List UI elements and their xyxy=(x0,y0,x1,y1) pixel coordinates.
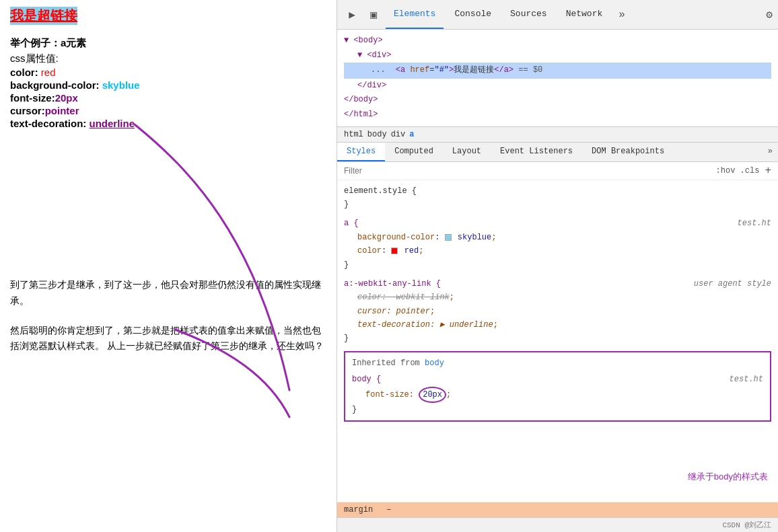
example-label: 举个例子：a元素 xyxy=(10,37,326,50)
main-link[interactable]: 我是超链接 xyxy=(10,7,77,25)
devtools-topbar: ▶ ▣ Elements Console Sources Network » ⚙ xyxy=(337,0,778,30)
breadcrumb-html[interactable]: html xyxy=(344,130,363,139)
dom-body-open: ▼ <body> xyxy=(344,34,771,48)
tab-dom-breakpoints[interactable]: DOM Breakpoints xyxy=(582,143,674,161)
webkit-color-prop: color: -webkit-link; xyxy=(344,291,771,304)
breadcrumb-div[interactable]: div xyxy=(391,130,406,139)
tab-elements[interactable]: Elements xyxy=(386,0,444,29)
dom-div-open: ▼ <div> xyxy=(344,48,771,63)
more-tabs-icon[interactable]: » xyxy=(613,6,631,24)
note1: 到了第三步才是继承，到了这一步，他只会对那些仍然没有值的属性实现继承。 xyxy=(10,277,326,309)
font-size-prop: font-size: 20px; xyxy=(352,387,763,403)
dom-html-close: </html> xyxy=(344,108,771,122)
dom-div-close: </div> xyxy=(344,79,771,93)
tab-sources[interactable]: Sources xyxy=(502,0,555,29)
add-style-rule-button[interactable]: + xyxy=(765,165,771,177)
prop-bg-color: background-color: skyblue xyxy=(10,79,326,91)
filter-input[interactable] xyxy=(344,166,711,176)
left-panel: 我是超链接 举个例子：a元素 css属性值: color: red backgr… xyxy=(0,0,337,532)
prop-font-size: font-size:20px xyxy=(10,92,326,104)
inherited-section: Inherited from body body { test.ht font-… xyxy=(344,351,771,422)
inherit-annotation: 继承于body的样式表 xyxy=(688,469,768,484)
margin-row: margin – xyxy=(337,502,778,517)
bg-color-swatch xyxy=(445,234,452,241)
inspect-icon[interactable]: ▣ xyxy=(364,5,383,24)
webkit-cursor-prop: cursor: pointer; xyxy=(344,305,771,318)
bg-color-prop: background-color: skyblue; xyxy=(344,231,771,244)
a-rule: a { test.ht background-color: skyblue; c… xyxy=(344,217,771,272)
margin-value: – xyxy=(386,505,391,515)
bottom-bar: CSDN @刘乙江 xyxy=(337,517,778,532)
settings-icon[interactable]: ⚙ xyxy=(766,8,773,22)
dom-body-close: </body> xyxy=(344,93,771,108)
tab-network[interactable]: Network xyxy=(558,0,611,29)
webkit-rule: a:-webkit-any-link { user agent style co… xyxy=(344,277,771,346)
dom-tree: ▼ <body> ▼ <div> ... <a href="#">我是超链接</… xyxy=(337,30,778,127)
color-swatch xyxy=(391,248,398,254)
bottom-label: CSDN @刘乙江 xyxy=(722,521,771,529)
tab-layout[interactable]: Layout xyxy=(443,143,491,161)
inherited-body-link[interactable]: body xyxy=(425,358,444,368)
filter-bar: :hov .cls + xyxy=(337,162,778,180)
note2: 然后聪明的你肯定想到了，第二步就是把样式表的值拿出来赋值，当然也包括浏览器默认样… xyxy=(10,323,326,355)
element-style-rule: element.style { } xyxy=(344,184,771,212)
more-styles-tabs-icon[interactable]: » xyxy=(763,143,778,161)
prop-color: color: red xyxy=(10,67,326,78)
tab-console[interactable]: Console xyxy=(446,0,499,29)
styles-tabs-bar: Styles Computed Layout Event Listeners D… xyxy=(337,143,778,162)
cursor-icon[interactable]: ▶ xyxy=(343,5,361,24)
breadcrumb: html body div a xyxy=(337,127,778,143)
filter-pseudo-label[interactable]: :hov .cls xyxy=(716,166,760,176)
webkit-text-decoration-prop: text-decoration: ▶ underline; xyxy=(344,318,771,332)
dom-selected-line[interactable]: ... <a href="#">我是超链接</a> == $0 xyxy=(344,63,771,79)
breadcrumb-body[interactable]: body xyxy=(367,130,387,139)
css-props-label: css属性值: xyxy=(10,52,326,65)
tab-computed[interactable]: Computed xyxy=(385,143,443,161)
tab-styles[interactable]: Styles xyxy=(337,143,385,161)
body-rule: body { test.ht font-size: 20px; } xyxy=(352,373,763,416)
prop-text-decoration: text-decoration: underline xyxy=(10,118,326,129)
inherited-header: Inherited from body xyxy=(352,356,763,370)
prop-cursor: cursor:pointer xyxy=(10,105,326,116)
margin-key: margin xyxy=(344,505,373,515)
breadcrumb-a[interactable]: a xyxy=(409,130,414,139)
devtools-panel: ▶ ▣ Elements Console Sources Network » ⚙… xyxy=(337,0,778,532)
styles-content: element.style { } a { test.ht background… xyxy=(337,180,778,502)
color-prop: color: red; xyxy=(344,244,771,258)
tab-event-listeners[interactable]: Event Listeners xyxy=(491,143,582,161)
